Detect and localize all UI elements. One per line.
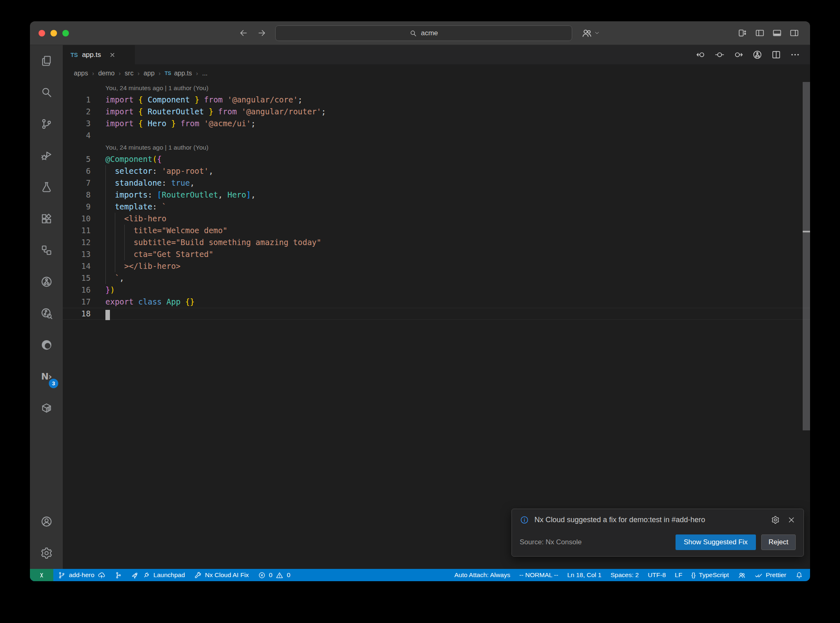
activity-item-extensions[interactable] <box>30 203 63 234</box>
graph-circle-icon[interactable] <box>752 50 762 60</box>
close-tab-icon[interactable] <box>109 52 116 58</box>
status-text: Launchpad <box>153 571 185 579</box>
status-cursor-position[interactable]: Ln 18, Col 1 <box>563 569 606 581</box>
nav-current-icon[interactable] <box>714 50 725 60</box>
status-encoding[interactable]: UTF-8 <box>643 569 670 581</box>
activity-item-edge[interactable] <box>30 329 63 361</box>
breadcrumb-item[interactable]: ... <box>202 70 208 77</box>
status-remote-indicator[interactable] <box>30 569 53 581</box>
command-center-search[interactable]: acme <box>275 25 572 41</box>
activity-item-remote-explorer[interactable] <box>30 234 63 266</box>
status-accounts[interactable] <box>733 569 750 581</box>
container-icon <box>40 402 53 414</box>
breadcrumb-item[interactable]: TSapp.ts <box>164 70 192 77</box>
show-suggested-fix-button[interactable]: Show Suggested Fix <box>676 534 756 550</box>
status-auto-attach[interactable]: Auto Attach: Always <box>450 569 515 581</box>
status-git-graph[interactable] <box>110 569 127 581</box>
wrench-icon <box>194 571 202 579</box>
split-editor-icon[interactable] <box>771 50 781 60</box>
ellipsis-icon[interactable] <box>790 50 800 60</box>
status-indentation[interactable]: Spaces: 2 <box>606 569 643 581</box>
layout-sidebar-right-icon[interactable] <box>789 28 799 38</box>
status-text: Spaces: 2 <box>610 571 639 579</box>
activity-item-gear[interactable] <box>30 537 63 569</box>
status-prettier[interactable]: Prettier <box>750 569 791 581</box>
notification-title: Nx Cloud suggested a fix for demo:test i… <box>534 516 705 524</box>
status-right: Auto Attach: Always-- NORMAL --Ln 18, Co… <box>450 569 810 581</box>
vscode-window: acme N›3 TS app.ts apps›demo›src›app›TSa… <box>30 21 810 581</box>
people-icon <box>738 571 746 579</box>
title-bar: acme <box>30 21 810 45</box>
activity-item-account[interactable] <box>30 506 63 537</box>
breadcrumb-separator: › <box>196 70 198 77</box>
status-git-branch[interactable]: add-hero <box>53 569 110 581</box>
indent-guide <box>105 165 106 284</box>
breadcrumb-item[interactable]: demo <box>98 70 114 77</box>
code-line: 7 standalone: true, <box>63 177 810 189</box>
code-editor[interactable]: You, 24 minutes ago | 1 author (You)1imp… <box>63 82 810 569</box>
activity-item-source-control[interactable] <box>30 108 63 140</box>
status-notifications-bell[interactable] <box>791 569 808 581</box>
status-text: Nx Cloud AI Fix <box>205 571 249 579</box>
status-launchpad[interactable]: Launchpad <box>127 569 189 581</box>
activity-item-files[interactable] <box>30 45 63 77</box>
activity-item-container[interactable] <box>30 392 63 424</box>
activity-item-nx[interactable]: N›3 <box>30 361 63 392</box>
minimize-window-button[interactable] <box>50 30 57 36</box>
status-text: add-hero <box>69 571 94 579</box>
code-line: 16}) <box>63 284 810 296</box>
zoom-window-button[interactable] <box>62 30 69 36</box>
forward-arrow-icon[interactable] <box>257 28 267 38</box>
files-icon <box>40 55 53 67</box>
scrollbar-thumb[interactable] <box>803 82 810 430</box>
profiles-control[interactable] <box>581 27 600 39</box>
notification-settings-gear-icon[interactable] <box>771 516 780 524</box>
search-value: acme <box>421 29 438 37</box>
close-window-button[interactable] <box>39 30 45 36</box>
plug-icon <box>142 571 150 579</box>
status-text: LF <box>675 571 682 579</box>
editor-scrollbar <box>803 82 810 569</box>
nav-forward-icon[interactable] <box>733 50 744 60</box>
activity-item-graph-search[interactable] <box>30 298 63 329</box>
reject-button[interactable]: Reject <box>761 534 796 550</box>
activity-item-debug[interactable] <box>30 140 63 171</box>
breadcrumb-item[interactable]: src <box>125 70 133 77</box>
activity-item-graph-circle[interactable] <box>30 266 63 298</box>
typescript-file-icon: TS <box>164 70 171 76</box>
code-line: 12 subtitle="Build something amazing tod… <box>63 236 810 248</box>
layout-sidebar-icon[interactable] <box>755 28 765 38</box>
status-eol[interactable]: LF <box>670 569 687 581</box>
status-vim-mode[interactable]: -- NORMAL -- <box>515 569 563 581</box>
code-line: 9 template: ` <box>63 201 810 213</box>
error-icon <box>258 571 266 579</box>
code-line: 18 <box>63 308 810 320</box>
breadcrumb: apps›demo›src›app›TSapp.ts›... <box>63 64 810 82</box>
search-icon <box>40 86 53 99</box>
remote-explorer-icon <box>40 244 53 257</box>
editor-actions <box>696 45 810 64</box>
status-text: Prettier <box>766 571 786 579</box>
breadcrumb-item[interactable]: app <box>144 70 155 77</box>
status-problems[interactable]: 00 <box>253 569 295 581</box>
code-line: 2import { RouterOutlet } from '@angular/… <box>63 106 810 118</box>
activity-item-testing[interactable] <box>30 171 63 203</box>
notification-close-icon[interactable] <box>787 516 796 524</box>
status-text: {} <box>691 571 695 579</box>
customize-layout-icon[interactable] <box>737 28 748 38</box>
layout-panel-icon[interactable] <box>772 28 782 38</box>
activity-item-search[interactable] <box>30 77 63 108</box>
status-text: 0 <box>287 571 290 579</box>
code-line: 10 <lib-hero <box>63 213 810 225</box>
editor-area: TS app.ts apps›demo›src›app›TSapp.ts›...… <box>63 45 810 569</box>
tab-app-ts[interactable]: TS app.ts <box>63 45 135 64</box>
rocket-icon <box>131 571 139 579</box>
breadcrumb-item[interactable]: apps <box>74 70 88 77</box>
status-language-mode[interactable]: {}TypeScript <box>687 569 733 581</box>
back-arrow-icon[interactable] <box>238 28 249 38</box>
graph-search-icon <box>40 307 53 320</box>
indent-guide <box>115 213 115 272</box>
status-nx-cloud-ai-fix[interactable]: Nx Cloud AI Fix <box>189 569 253 581</box>
breadcrumb-separator: › <box>92 70 94 77</box>
nav-back-icon[interactable] <box>696 50 706 60</box>
